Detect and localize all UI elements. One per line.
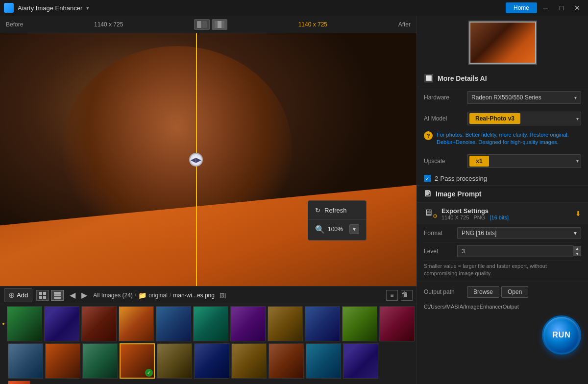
thumbnail-4[interactable] bbox=[119, 306, 154, 341]
split-view-toggle[interactable] bbox=[194, 19, 210, 30]
grid-view-button[interactable] bbox=[36, 290, 49, 301]
app-title: Aiarty Image Enhancer bbox=[18, 4, 82, 12]
two-pass-label: 2-Pass processing bbox=[435, 175, 487, 182]
thumbnail-5[interactable] bbox=[156, 306, 191, 341]
thumbnail-19[interactable] bbox=[306, 343, 341, 379]
model-help-icon[interactable]: ? bbox=[424, 131, 433, 140]
app-logo-icon bbox=[4, 3, 14, 13]
thumbnail-18[interactable] bbox=[269, 343, 304, 379]
breadcrumb: All Images (24) / 📁 original / man-wi...… bbox=[93, 291, 226, 299]
thumbnail-12[interactable] bbox=[8, 343, 43, 379]
hardware-label: Hardware bbox=[424, 94, 463, 101]
thumbnail-3[interactable] bbox=[81, 306, 117, 341]
svg-rect-8 bbox=[54, 292, 61, 294]
main-layout: Before 1140 x 725 1140 x 725 After bbox=[0, 16, 588, 384]
thumbnail-1[interactable] bbox=[7, 306, 42, 341]
details-icon: 🔲 bbox=[424, 73, 434, 83]
hardware-dropdown-icon: ▾ bbox=[574, 95, 577, 100]
delete-button[interactable]: 🗑 bbox=[401, 290, 413, 301]
minimize-button[interactable]: ─ bbox=[539, 2, 553, 14]
upscale-dropdown-icon: ▾ bbox=[576, 158, 579, 164]
more-details-section-header[interactable]: 🔲 More Details AI bbox=[417, 70, 588, 87]
app-dropdown-icon[interactable]: ▾ bbox=[86, 5, 89, 11]
thumbnail-parrot[interactable] bbox=[8, 381, 30, 384]
overlay-view-toggle[interactable] bbox=[212, 19, 227, 30]
export-collapse-icon[interactable]: ⬇ bbox=[575, 210, 581, 217]
open-button[interactable]: Open bbox=[501, 286, 528, 298]
divider-handle[interactable]: ◀▶ bbox=[189, 153, 203, 167]
thumbnail-selected[interactable]: ✓ bbox=[120, 343, 155, 379]
nav-back-button[interactable]: ◀ bbox=[68, 289, 77, 301]
thumbnail-15[interactable] bbox=[157, 343, 192, 379]
add-button[interactable]: ⊕ Add bbox=[4, 288, 32, 302]
zoom-value: 100% bbox=[328, 226, 346, 233]
thumbnail-14[interactable] bbox=[82, 343, 118, 379]
titlebar: Aiarty Image Enhancer ▾ Home ─ □ ✕ bbox=[0, 0, 588, 16]
thumbnail-16[interactable] bbox=[194, 343, 229, 379]
preview-thumbnail[interactable] bbox=[468, 21, 537, 65]
image-prompt-header[interactable]: 🖹 Image Prompt bbox=[417, 185, 588, 203]
run-button[interactable]: RUN bbox=[542, 315, 581, 355]
export-format: PNG bbox=[473, 215, 485, 220]
thumbnail-2[interactable] bbox=[44, 306, 79, 341]
level-input[interactable]: 3 bbox=[457, 245, 573, 257]
nav-arrows: ◀ ▶ bbox=[68, 289, 89, 301]
thumbnail-11[interactable] bbox=[379, 306, 415, 341]
svg-rect-9 bbox=[54, 294, 61, 296]
titlebar-left: Aiarty Image Enhancer ▾ bbox=[4, 3, 89, 13]
svg-rect-10 bbox=[54, 297, 61, 299]
zoom-dropdown-button[interactable]: ▾ bbox=[349, 224, 359, 234]
image-area[interactable]: ◀▶ ↻ Refresh 🔍 100% ▾ bbox=[0, 33, 416, 286]
folder-icon: 📁 bbox=[138, 291, 147, 299]
ai-model-dropdown-icon: ▾ bbox=[576, 116, 579, 121]
upscale-select[interactable]: x1 ▾ bbox=[467, 154, 581, 168]
model-description-text: For photos. Better fidelity, more clarit… bbox=[437, 131, 581, 146]
thumbnail-8[interactable] bbox=[268, 306, 303, 341]
export-title-text: Export Settings bbox=[441, 207, 509, 215]
level-up-button[interactable]: ▲ bbox=[573, 246, 581, 251]
thumbnail-10[interactable] bbox=[342, 306, 377, 341]
section-title-label: More Details AI bbox=[438, 74, 487, 82]
add-icon: ⊕ bbox=[8, 290, 15, 300]
all-images-label[interactable]: All Images (24) bbox=[93, 292, 133, 299]
export-bits: [16 bits] bbox=[490, 215, 509, 220]
level-down-button[interactable]: ▼ bbox=[573, 251, 581, 256]
level-row: Level 3 ▲ ▼ bbox=[424, 242, 581, 261]
checkbox-check-icon: ✓ bbox=[425, 176, 429, 181]
output-path-row: Output path Browse Open bbox=[417, 282, 588, 302]
ai-model-select[interactable]: Real-Photo v3 ▾ bbox=[467, 112, 581, 125]
nav-forward-button[interactable]: ▶ bbox=[79, 289, 89, 301]
close-button[interactable]: ✕ bbox=[570, 2, 584, 14]
ai-model-badge: Real-Photo v3 bbox=[469, 113, 520, 124]
svg-rect-6 bbox=[39, 296, 42, 299]
svg-rect-4 bbox=[39, 292, 42, 295]
home-button[interactable]: Home bbox=[506, 2, 537, 13]
two-pass-checkbox[interactable]: ✓ bbox=[424, 175, 431, 182]
hardware-select[interactable]: Radeon RX550/550 Series ▾ bbox=[467, 91, 581, 104]
list-view-button[interactable] bbox=[51, 290, 64, 301]
thumbnail-17[interactable] bbox=[231, 343, 267, 379]
thumbnail-7[interactable] bbox=[230, 306, 266, 341]
format-select[interactable]: PNG [16 bits] ▾ bbox=[457, 227, 581, 239]
preview-area bbox=[417, 16, 588, 70]
thumbnail-6[interactable] bbox=[193, 306, 228, 341]
thumbnail-20[interactable] bbox=[343, 343, 378, 379]
folder-label[interactable]: original bbox=[148, 292, 168, 299]
filmstrip-rows: ✓ bbox=[0, 304, 416, 384]
thumbnail-13[interactable] bbox=[45, 343, 80, 379]
svg-rect-0 bbox=[197, 21, 201, 28]
run-button-area: RUN bbox=[417, 312, 588, 362]
ai-model-label: AI Model bbox=[424, 115, 463, 122]
browse-button[interactable]: Browse bbox=[467, 286, 499, 298]
refresh-menu-item[interactable]: ↻ Refresh bbox=[308, 204, 366, 217]
zoom-icon: 🔍 bbox=[315, 225, 325, 234]
export-title-area: 🖥 ⚙ Export Settings 1140 X 725 PNG [16 b… bbox=[424, 207, 509, 220]
thumbnail-9[interactable] bbox=[305, 306, 340, 341]
image-action-button[interactable]: ≡ bbox=[386, 290, 398, 301]
svg-rect-5 bbox=[43, 292, 46, 295]
breadcrumb-sep1: / bbox=[135, 292, 136, 299]
upscale-label: Upscale bbox=[424, 158, 463, 165]
maximize-button[interactable]: □ bbox=[555, 2, 568, 14]
export-settings-header[interactable]: 🖥 ⚙ Export Settings 1140 X 725 PNG [16 b… bbox=[417, 203, 588, 224]
filename-label: man-wi...es.png bbox=[173, 292, 215, 299]
